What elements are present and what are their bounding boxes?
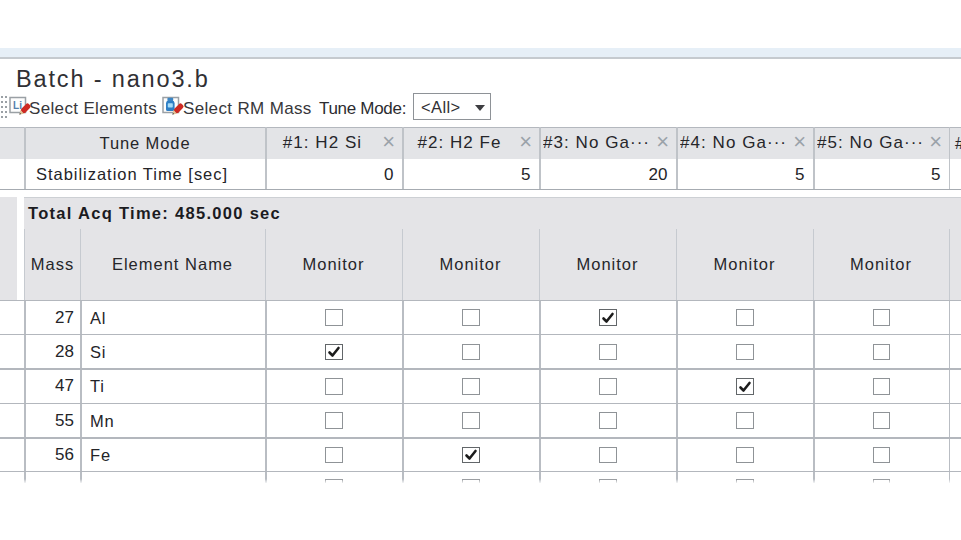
- svg-text:Li: Li: [13, 100, 22, 111]
